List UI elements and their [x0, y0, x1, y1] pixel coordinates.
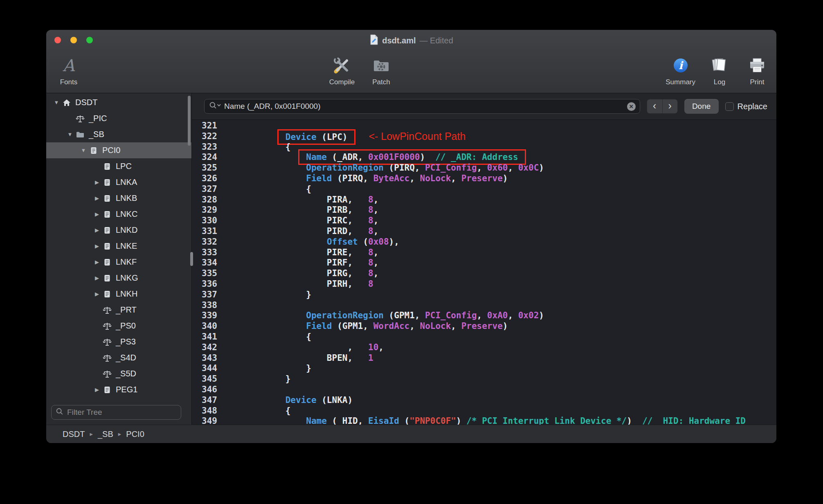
tree-item-label: _S4D	[116, 353, 136, 362]
tree-item-_s5d[interactable]: _S5D	[46, 366, 191, 382]
code-line: 330 PIRC, 8,	[192, 216, 776, 226]
tree-item-dsdt[interactable]: ▼DSDT	[46, 94, 191, 110]
line-number: 346	[192, 385, 223, 395]
fonts-button[interactable]: AFonts	[55, 54, 82, 86]
print-icon	[748, 54, 766, 77]
disclosure-open-icon[interactable]: ▼	[51, 99, 62, 106]
log-button[interactable]: Log	[706, 54, 733, 86]
tree-item-_ps3[interactable]: _PS3	[46, 334, 191, 350]
code-token	[353, 132, 363, 142]
code-token: OperationRegion	[306, 163, 384, 173]
tree-item-lpc[interactable]: LPC	[46, 158, 191, 174]
log-label: Log	[714, 78, 725, 86]
disclosure-closed-icon[interactable]: ▶	[92, 387, 102, 393]
breadcrumb-item-pci0[interactable]: PCI0	[126, 430, 144, 439]
code-editor[interactable]: 321322 Device (LPC) <- LowPinCount Path3…	[192, 120, 776, 425]
line-number: 335	[192, 268, 223, 279]
tree-item-lnkf[interactable]: ▶LNKF	[46, 254, 191, 270]
code-token: (GPM1,	[332, 321, 373, 331]
tree-item-peg1[interactable]: ▶PEG1	[46, 382, 191, 398]
patch-button[interactable]: Patch	[368, 54, 395, 86]
code-token: WordAcc	[373, 321, 410, 331]
done-button[interactable]: Done	[684, 99, 719, 114]
code-token: Offset	[327, 237, 358, 247]
tree-item-_prt[interactable]: _PRT	[46, 302, 191, 318]
code-token: ,	[451, 321, 461, 331]
code-token: 10	[368, 342, 378, 352]
code-token: PCI_Config	[425, 163, 477, 173]
disclosure-closed-icon[interactable]: ▶	[92, 259, 102, 265]
line-number: 338	[192, 300, 223, 311]
previous-match-button[interactable]: ‹	[647, 99, 662, 113]
disclosure-open-icon[interactable]: ▼	[65, 131, 75, 137]
code-line: 326 Field (PIRQ, ByteAcc, NoLock, Preser…	[192, 173, 776, 184]
code-token: )	[539, 163, 544, 173]
print-button[interactable]: Print	[744, 54, 771, 86]
disclosure-closed-icon[interactable]: ▶	[92, 275, 102, 281]
method-icon	[102, 305, 112, 315]
code-token	[223, 310, 306, 320]
tree-item-label: PCI0	[102, 146, 120, 155]
code-token: ,	[373, 258, 379, 268]
tree-item-_s4d[interactable]: _S4D	[46, 350, 191, 366]
code-line: 334 PIRF, 8,	[192, 258, 776, 268]
compile-button[interactable]: Compile	[328, 54, 355, 86]
sidebar-scrollbar[interactable]	[188, 96, 191, 146]
code-token: Field	[306, 173, 332, 183]
code-token: ,	[508, 310, 518, 320]
code-token: (	[399, 416, 409, 425]
patch-icon	[372, 54, 390, 77]
breadcrumb-item-_sb[interactable]: _SB	[98, 430, 113, 439]
tree-item-_sb[interactable]: ▼_SB	[46, 126, 191, 142]
code-line: 335 PIRG, 8,	[192, 268, 776, 279]
filter-tree-input[interactable]: Filter Tree	[51, 405, 181, 420]
tree-item-lnkc[interactable]: ▶LNKC	[46, 206, 191, 222]
code-token: BPEN,	[223, 353, 368, 363]
tree-item-lnkg[interactable]: ▶LNKG	[46, 270, 191, 286]
tree-item-_pic[interactable]: _PIC	[46, 110, 191, 126]
tree-item-pci0[interactable]: ▼PCI0	[46, 142, 191, 158]
tree-item-label: PEG1	[116, 385, 137, 394]
line-number: 345	[192, 374, 223, 385]
log-icon	[711, 54, 729, 77]
tree-item-lnkd[interactable]: ▶LNKD	[46, 222, 191, 238]
code-token: NoLock	[420, 173, 451, 183]
line-number: 348	[192, 406, 223, 416]
clear-search-button[interactable]: ✕	[627, 102, 636, 111]
line-number: 323	[192, 142, 223, 153]
disclosure-closed-icon[interactable]: ▶	[92, 291, 102, 297]
tree-item-lnka[interactable]: ▶LNKA	[46, 174, 191, 190]
tree-item-lnkb[interactable]: ▶LNKB	[46, 190, 191, 206]
code-token	[223, 163, 306, 173]
summary-button[interactable]: iSummary	[666, 54, 695, 86]
line-number: 330	[192, 216, 223, 226]
line-number: 329	[192, 205, 223, 216]
line-number: 328	[192, 195, 223, 205]
disclosure-closed-icon[interactable]: ▶	[92, 211, 102, 217]
tree-item-_ps0[interactable]: _PS0	[46, 318, 191, 334]
next-match-button[interactable]: ›	[662, 99, 677, 113]
code-line: 331 PIRD, 8,	[192, 226, 776, 237]
tree-item-label: LNKC	[116, 209, 137, 219]
code-token: (LPC)	[317, 132, 353, 142]
disclosure-closed-icon[interactable]: ▶	[92, 243, 102, 249]
splitter-handle[interactable]	[190, 252, 193, 266]
disclosure-closed-icon[interactable]: ▶	[92, 227, 102, 233]
disclosure-closed-icon[interactable]: ▶	[92, 195, 102, 201]
tree-item-lnkh[interactable]: ▶LNKH	[46, 286, 191, 302]
breadcrumb-item-dsdt[interactable]: DSDT	[63, 430, 85, 439]
code-token: (LNKA)	[317, 395, 353, 405]
replace-checkbox[interactable]	[725, 102, 734, 111]
chevron-left-icon: ‹	[653, 100, 656, 112]
title-bar[interactable]: dsdt.aml — Edited	[46, 30, 776, 50]
tree-item-label: LNKB	[116, 194, 137, 203]
disclosure-closed-icon[interactable]: ▶	[92, 179, 102, 185]
search-input[interactable]: Name (_ADR, 0x001F0000) ✕	[204, 99, 640, 114]
tree-item-lnke[interactable]: ▶LNKE	[46, 238, 191, 254]
toolbar-right-group: iSummaryLogPrint	[666, 54, 771, 86]
code-line: 348 {	[192, 406, 776, 416]
code-token: ,	[409, 173, 420, 183]
code-line: 329 PIRB, 8,	[192, 205, 776, 216]
code-text: }	[223, 363, 311, 374]
disclosure-open-icon[interactable]: ▼	[78, 147, 89, 153]
